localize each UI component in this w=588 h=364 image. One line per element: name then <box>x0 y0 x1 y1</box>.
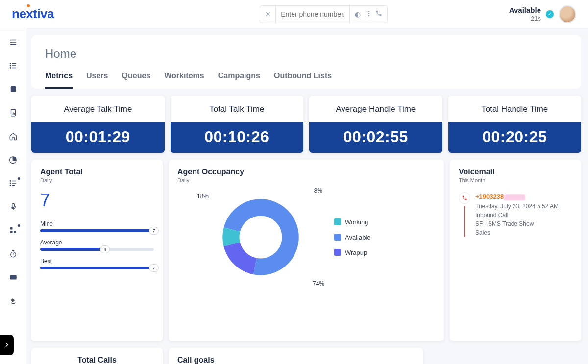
legend-wrapup: Wrapup <box>334 249 371 256</box>
id-card-icon[interactable] <box>8 272 18 282</box>
clear-phone-icon[interactable]: ✕ <box>260 6 276 23</box>
agent-occupancy-card: Agent Occupancy Daily <box>169 160 444 341</box>
call-icon[interactable] <box>375 10 382 18</box>
vm-datetime: Tuesday, July 23, 2024 5:52 AM <box>475 202 559 211</box>
agent-total-title: Agent Total <box>40 168 154 176</box>
metric-card-avg-talk: Average Talk Time 00:01:29 <box>31 96 165 153</box>
logo-post: tiva <box>33 6 54 22</box>
tab-users[interactable]: Users <box>86 72 108 89</box>
vm-type: Inbound Call <box>475 211 559 219</box>
bar-mine: Mine 7 <box>40 220 154 232</box>
svg-point-1 <box>10 65 11 66</box>
tabs: Metrics Users Queues Workitems Campaigns… <box>45 72 567 89</box>
wave-icon[interactable] <box>8 296 18 306</box>
svg-point-18 <box>244 220 278 254</box>
metric-value: 00:02:55 <box>309 122 442 153</box>
metric-title: Average Talk Time <box>31 96 165 122</box>
svg-point-0 <box>10 63 11 64</box>
svg-rect-10 <box>10 231 13 234</box>
svg-rect-13 <box>10 275 17 280</box>
status-label: Available <box>509 6 541 15</box>
list-settings-icon[interactable] <box>8 178 18 188</box>
list-icon[interactable] <box>8 61 18 71</box>
expand-sidebar-button[interactable] <box>0 335 14 355</box>
metric-title: Total Talk Time <box>171 96 304 122</box>
metric-title: Total Handle Time <box>448 96 582 122</box>
page-title: Home <box>45 47 567 61</box>
agent-total-card: Agent Total Daily 7 Mine 7 Average 4 Bes… <box>31 160 163 341</box>
home-icon[interactable] <box>8 131 18 141</box>
tab-campaigns[interactable]: Campaigns <box>218 72 260 89</box>
occupancy-sub: Daily <box>177 177 435 183</box>
avatar[interactable] <box>559 5 576 23</box>
donut-label-available: 74% <box>313 280 324 287</box>
metric-title: Average Handle Time <box>309 96 442 122</box>
contacts-icon[interactable] <box>8 84 18 94</box>
page-header: Home Metrics Users Queues Workitems Camp… <box>31 35 581 89</box>
phone-entry: ✕ ◐ ⠿ <box>260 5 388 23</box>
svg-rect-9 <box>10 227 13 230</box>
donut-chart: 8% 74% 18% <box>207 188 315 286</box>
phone-input[interactable] <box>276 10 349 18</box>
timer-icon[interactable] <box>8 249 18 259</box>
pie-icon[interactable]: ◐ <box>355 10 361 18</box>
logo-x: x <box>26 6 33 22</box>
bar-best: Best 7 <box>40 258 154 269</box>
svg-point-6 <box>10 183 11 184</box>
vm-line2: Sales <box>475 228 559 237</box>
svg-rect-11 <box>14 231 17 234</box>
voicemail-card: Voicemail This Month +1903238 Tuesday, J… <box>450 160 581 341</box>
bar-average: Average 4 <box>40 239 154 251</box>
agent-total-sub: Daily <box>40 177 154 183</box>
metric-card-total-handle: Total Handle Time 00:20:25 <box>448 96 582 153</box>
voicemail-title: Voicemail <box>459 168 572 176</box>
donut-label-working: 8% <box>314 187 322 194</box>
content: Home Metrics Users Queues Workitems Camp… <box>26 28 588 364</box>
logo-pre: ne <box>12 6 26 22</box>
status-check-icon: ✓ <box>546 10 554 18</box>
vm-phone-redacted <box>504 194 525 200</box>
svg-point-7 <box>10 185 11 186</box>
total-calls-card: Total Calls 9 <box>31 348 163 364</box>
metric-row: Average Talk Time 00:01:29 Total Talk Ti… <box>31 96 581 153</box>
agent-total-value: 7 <box>40 190 154 211</box>
metric-value: 00:10:26 <box>171 122 304 153</box>
voicemail-sub: This Month <box>459 177 572 183</box>
metric-card-total-talk: Total Talk Time 00:10:26 <box>171 96 304 153</box>
svg-point-2 <box>10 68 11 69</box>
vm-phone: +1903238 <box>475 193 504 200</box>
tab-queues[interactable]: Queues <box>122 72 151 89</box>
logo[interactable]: ne x tiva <box>12 6 54 22</box>
mic-icon[interactable] <box>8 202 18 212</box>
status-time: 21s <box>509 15 541 23</box>
donut-legend: Working Available Wrapup <box>334 218 371 256</box>
svg-point-5 <box>10 181 11 182</box>
sidebar <box>0 28 26 364</box>
total-calls-title: Total Calls <box>40 356 154 364</box>
tab-outbound-lists[interactable]: Outbound Lists <box>274 72 332 89</box>
svg-rect-3 <box>11 86 16 92</box>
dialpad-icon[interactable]: ⠿ <box>366 10 370 18</box>
device-chart-icon[interactable] <box>8 108 18 118</box>
nodes-icon[interactable] <box>8 225 18 235</box>
vm-line1: SF - SMS Trade Show <box>475 219 559 228</box>
call-goals-title: Call goals <box>177 356 415 364</box>
chart-pie-icon[interactable] <box>8 155 18 165</box>
topbar: ne x tiva ✕ ◐ ⠿ Available 21s ✓ <box>0 0 588 28</box>
menu-icon[interactable] <box>8 37 18 47</box>
inbound-call-icon <box>459 192 470 204</box>
call-goals-card: Call goals 100% 9 <box>169 348 423 364</box>
voicemail-item[interactable]: +1903238 Tuesday, July 23, 2024 5:52 AM … <box>459 192 572 237</box>
tab-workitems[interactable]: Workitems <box>164 72 204 89</box>
metric-value: 00:01:29 <box>31 122 165 153</box>
svg-rect-8 <box>12 203 15 207</box>
tab-metrics[interactable]: Metrics <box>45 72 73 89</box>
metric-card-avg-handle: Average Handle Time 00:02:55 <box>309 96 442 153</box>
donut-label-wrapup: 18% <box>197 193 209 200</box>
legend-available: Available <box>334 234 371 241</box>
metric-value: 00:20:25 <box>448 122 582 153</box>
legend-working: Working <box>334 218 371 226</box>
status-block[interactable]: Available 21s ✓ <box>509 5 576 23</box>
occupancy-title: Agent Occupancy <box>177 168 435 176</box>
